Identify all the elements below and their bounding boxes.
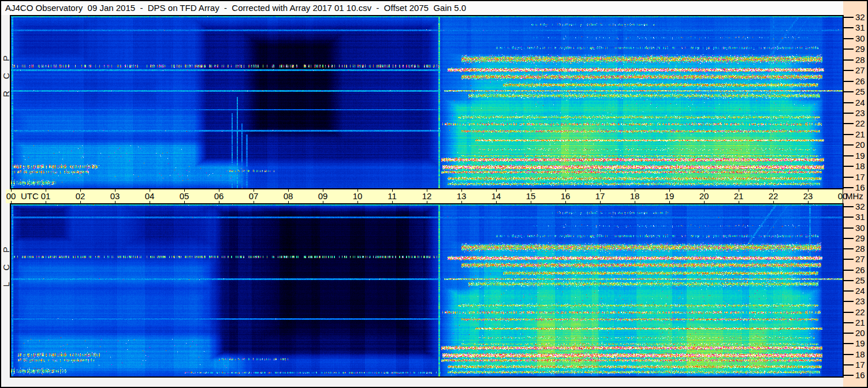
freq-label: 31 bbox=[855, 23, 868, 32]
freq-label: 24 bbox=[855, 286, 868, 295]
freq-tick bbox=[843, 217, 854, 218]
freq-label: 23 bbox=[855, 108, 868, 117]
freq-label: 28 bbox=[855, 244, 868, 253]
freq-label: 22 bbox=[855, 118, 868, 128]
time-tick bbox=[80, 201, 81, 203]
page-title: AJ4CO Observatory 09 Jan 2015 - DPS on T… bbox=[1, 1, 843, 15]
freq-label: 17 bbox=[855, 360, 868, 369]
hour-label: 15 bbox=[522, 191, 539, 200]
freq-tick bbox=[843, 27, 854, 28]
time-tick bbox=[565, 201, 566, 203]
freq-label: 27 bbox=[855, 65, 868, 74]
time-tick bbox=[219, 201, 219, 203]
freq-label: 22 bbox=[855, 307, 868, 316]
freq-label: 17 bbox=[855, 172, 868, 181]
freq-tick bbox=[843, 91, 854, 92]
freq-label: 21 bbox=[855, 129, 868, 139]
freq-label: 24 bbox=[855, 98, 868, 107]
freq-tick bbox=[843, 259, 854, 260]
lcp-spectrogram-panel bbox=[10, 203, 844, 378]
time-tick bbox=[600, 201, 601, 203]
freq-tick bbox=[843, 312, 854, 313]
hour-label: 02 bbox=[72, 191, 89, 200]
time-tick bbox=[115, 201, 116, 203]
hour-label: 14 bbox=[487, 191, 505, 200]
hour-label: 04 bbox=[141, 191, 158, 200]
time-tick bbox=[669, 201, 670, 203]
time-tick bbox=[704, 201, 705, 203]
freq-label: 19 bbox=[855, 151, 868, 160]
freq-tick bbox=[843, 187, 854, 188]
freq-label: 29 bbox=[855, 44, 868, 53]
freq-label: 20 bbox=[855, 328, 868, 337]
freq-label: 16 bbox=[855, 182, 868, 192]
hour-label: 00 bbox=[2, 191, 20, 200]
freq-label: 21 bbox=[855, 318, 868, 327]
freq-label: 28 bbox=[855, 55, 868, 64]
freq-tick bbox=[843, 227, 854, 229]
freq-label: 30 bbox=[855, 223, 868, 232]
freq-tick bbox=[843, 134, 854, 135]
freq-tick bbox=[843, 102, 854, 103]
freq-tick bbox=[843, 81, 854, 82]
time-tick bbox=[773, 201, 774, 203]
freq-tick bbox=[843, 301, 854, 302]
hour-label: 23 bbox=[799, 191, 817, 200]
time-tick bbox=[184, 201, 185, 203]
freq-tick bbox=[843, 144, 854, 146]
time-tick bbox=[531, 201, 531, 203]
hour-label: 12 bbox=[418, 191, 435, 200]
hour-label: 09 bbox=[314, 191, 331, 200]
freq-label: 16 bbox=[855, 370, 868, 379]
time-tick bbox=[843, 201, 843, 203]
freq-tick bbox=[843, 238, 854, 239]
app-window: AJ4CO Observatory 09 Jan 2015 - DPS on T… bbox=[0, 0, 868, 388]
time-tick bbox=[461, 201, 462, 203]
hour-label: 17 bbox=[591, 191, 609, 200]
rcp-spectrogram-canvas bbox=[11, 16, 843, 188]
freq-tick bbox=[843, 343, 854, 344]
hour-label: 13 bbox=[453, 191, 470, 200]
freq-tick bbox=[843, 375, 854, 376]
freq-tick bbox=[843, 270, 854, 271]
freq-tick bbox=[843, 248, 854, 249]
hour-label: 08 bbox=[280, 191, 297, 200]
freq-label: 25 bbox=[855, 87, 868, 96]
time-tick bbox=[635, 201, 635, 203]
time-tick bbox=[427, 201, 427, 203]
freq-tick bbox=[843, 38, 854, 39]
hour-label: 21 bbox=[730, 191, 747, 200]
bottom-margin bbox=[1, 378, 843, 387]
time-tick bbox=[357, 201, 358, 203]
freq-label: 27 bbox=[855, 254, 868, 263]
time-tick bbox=[46, 201, 46, 203]
freq-tick bbox=[843, 17, 854, 18]
time-tick bbox=[254, 201, 254, 203]
freq-label: 20 bbox=[855, 140, 868, 149]
hour-label: 22 bbox=[765, 191, 782, 200]
time-tick bbox=[808, 201, 809, 203]
utc-unit-label: UTC bbox=[21, 191, 39, 200]
hour-label: 06 bbox=[210, 191, 228, 200]
time-tick bbox=[739, 201, 739, 203]
hour-label: 03 bbox=[106, 191, 124, 200]
hour-label: 11 bbox=[383, 191, 401, 200]
freq-tick bbox=[843, 59, 854, 61]
freq-label: 26 bbox=[855, 76, 868, 85]
time-tick bbox=[392, 201, 393, 203]
hour-label: 10 bbox=[349, 191, 366, 200]
time-tick bbox=[496, 201, 497, 203]
freq-label: 25 bbox=[855, 275, 868, 285]
time-tick bbox=[323, 201, 323, 203]
freq-tick bbox=[843, 123, 854, 124]
time-tick bbox=[11, 201, 12, 203]
freq-tick bbox=[843, 364, 854, 365]
freq-tick bbox=[843, 206, 854, 207]
hour-label: 20 bbox=[695, 191, 713, 200]
freq-label: 32 bbox=[855, 12, 868, 21]
freq-tick bbox=[843, 113, 854, 114]
freq-tick bbox=[843, 177, 854, 178]
hour-label: 07 bbox=[245, 191, 262, 200]
freq-label: 19 bbox=[855, 338, 868, 348]
hour-label: 01 bbox=[37, 191, 54, 200]
